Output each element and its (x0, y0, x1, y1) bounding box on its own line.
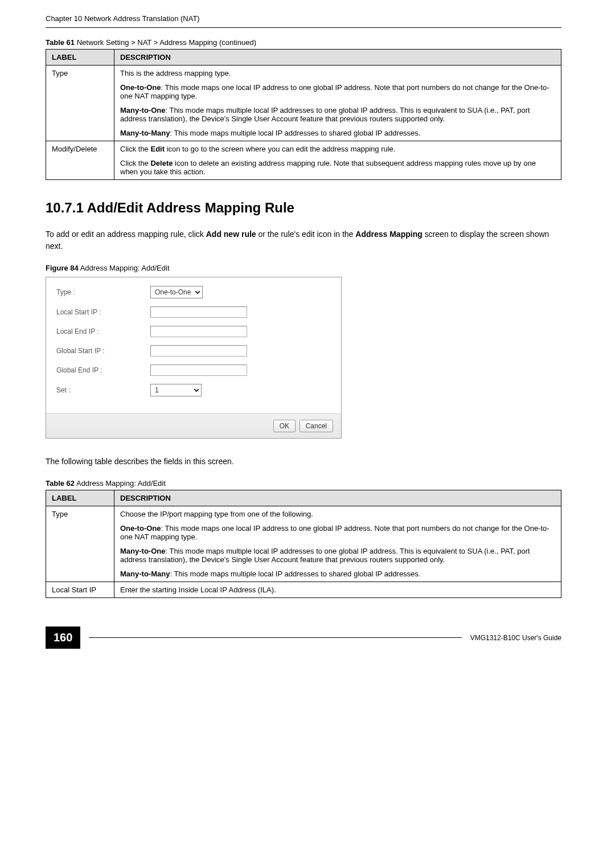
global-start-ip-label: Global Start IP : (56, 347, 150, 355)
table62-intro: The following table describes the fields… (46, 456, 561, 468)
description-paragraph: Click the Edit icon to go to the screen … (120, 145, 555, 153)
table-row: Local Start IPEnter the starting Inside … (46, 582, 561, 598)
row-label: Modify/Delete (46, 141, 114, 180)
global-start-ip-input[interactable] (150, 345, 247, 357)
set-label: Set : (56, 386, 150, 394)
description-paragraph: This is the address mapping type. (120, 69, 555, 77)
cancel-button[interactable]: Cancel (300, 420, 333, 432)
local-start-ip-row: Local Start IP : (56, 306, 331, 318)
table62-body: TypeChoose the IP/port mapping type from… (46, 506, 561, 598)
figure84-caption-rest: Address Mapping: Add/Edit (79, 264, 170, 272)
description-paragraph: Many-to-Many: This mode maps multiple lo… (120, 570, 555, 578)
global-end-ip-label: Global End IP : (56, 366, 150, 374)
table62-caption-rest: Address Mapping: Add/Edit (75, 479, 166, 488)
table61: LABEL DESCRIPTION TypeThis is the addres… (46, 49, 561, 180)
description-paragraph: Choose the IP/port mapping type from one… (120, 510, 555, 518)
type-select[interactable]: One-to-One (150, 286, 203, 298)
table62-caption-bold: Table 62 (46, 479, 75, 488)
row-label: Type (46, 506, 114, 582)
figure84-caption: Figure 84 Address Mapping: Add/Edit (46, 264, 561, 272)
set-select[interactable]: 1 (150, 384, 202, 396)
table62: LABEL DESCRIPTION TypeChoose the IP/port… (46, 490, 561, 598)
table62-header-row: LABEL DESCRIPTION (46, 490, 561, 506)
type-label: Type : (56, 288, 150, 296)
local-end-ip-label: Local End IP : (56, 327, 150, 335)
page-footer: 160 VMG1312-B10C User's Guide (46, 627, 561, 649)
table61-header-row: LABEL DESCRIPTION (46, 50, 561, 65)
table-row: TypeChoose the IP/port mapping type from… (46, 506, 561, 582)
table61-caption-bold: Table 61 (46, 38, 75, 47)
description-paragraph: Many-to-Many: This mode maps multiple lo… (120, 129, 555, 137)
table62-header-desc: DESCRIPTION (114, 490, 561, 506)
local-end-ip-input[interactable] (150, 326, 247, 337)
global-start-ip-row: Global Start IP : (56, 345, 331, 357)
table61-header-label: LABEL (46, 50, 114, 65)
footer-divider (89, 637, 461, 638)
guide-name: VMG1312-B10C User's Guide (470, 634, 561, 642)
table61-body: TypeThis is the address mapping type.One… (46, 65, 561, 180)
table61-caption: Table 61 Network Setting > NAT > Address… (46, 38, 561, 47)
row-label: Type (46, 65, 114, 141)
figure84-caption-bold: Figure 84 (46, 264, 79, 272)
description-paragraph: One-to-One: This mode maps one local IP … (120, 83, 555, 100)
table62-header-label: LABEL (46, 490, 114, 506)
section-heading: 10.7.1 Add/Edit Address Mapping Rule (46, 200, 561, 216)
page-number: 160 (46, 627, 80, 649)
local-start-ip-input[interactable] (150, 306, 247, 318)
table-row: Modify/DeleteClick the Edit icon to go t… (46, 141, 561, 180)
row-label: Local Start IP (46, 582, 114, 598)
row-description: Enter the starting Inside Local IP Addre… (114, 582, 561, 598)
header-divider (46, 27, 561, 28)
local-start-ip-label: Local Start IP : (56, 308, 150, 316)
ok-button[interactable]: OK (273, 420, 296, 432)
table-row: TypeThis is the address mapping type.One… (46, 65, 561, 141)
set-row: Set : 1 (56, 384, 331, 396)
local-end-ip-row: Local End IP : (56, 326, 331, 337)
description-paragraph: Click the Delete icon to delete an exist… (120, 159, 555, 176)
table61-header-desc: DESCRIPTION (114, 50, 561, 65)
global-end-ip-input[interactable] (150, 365, 247, 376)
dialog-footer: OK Cancel (46, 413, 341, 438)
row-description: This is the address mapping type.One-to-… (114, 65, 561, 141)
global-end-ip-row: Global End IP : (56, 365, 331, 376)
type-row: Type : One-to-One (56, 286, 331, 298)
section-intro: To add or edit an address mapping rule, … (46, 228, 561, 252)
row-description: Click the Edit icon to go to the screen … (114, 141, 561, 180)
row-description: Choose the IP/port mapping type from one… (114, 506, 561, 582)
table62-caption: Table 62 Address Mapping: Add/Edit (46, 479, 561, 488)
chapter-title: Chapter 10 Network Address Translation (… (46, 14, 561, 23)
description-paragraph: Many-to-One: This mode maps multiple loc… (120, 547, 555, 564)
description-paragraph: Many-to-One: This mode maps multiple loc… (120, 106, 555, 123)
table61-caption-rest: Network Setting > NAT > Address Mapping … (75, 38, 256, 47)
figure84-dialog: Type : One-to-One Local Start IP : Local… (46, 277, 342, 439)
description-paragraph: One-to-One: This mode maps one local IP … (120, 524, 555, 541)
description-paragraph: Enter the starting Inside Local IP Addre… (120, 586, 555, 594)
